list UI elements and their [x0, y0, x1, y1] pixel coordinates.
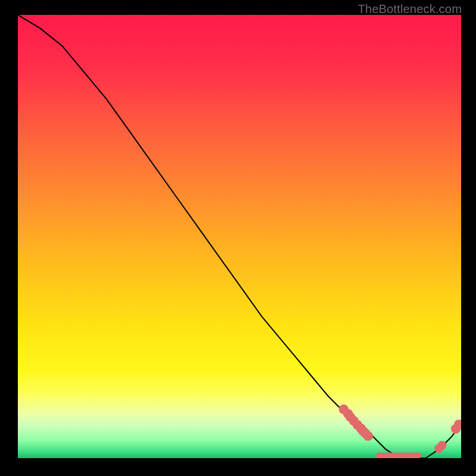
- marker-dot: [438, 441, 447, 450]
- marker-dot: [363, 431, 372, 441]
- plot-area: [18, 15, 461, 458]
- highlight-dots: [339, 405, 461, 458]
- chart-stage: TheBottleneck.com: [0, 0, 476, 476]
- watermark-text: TheBottleneck.com: [358, 2, 462, 16]
- curve-layer: [18, 15, 461, 458]
- bottleneck-curve: [18, 15, 461, 458]
